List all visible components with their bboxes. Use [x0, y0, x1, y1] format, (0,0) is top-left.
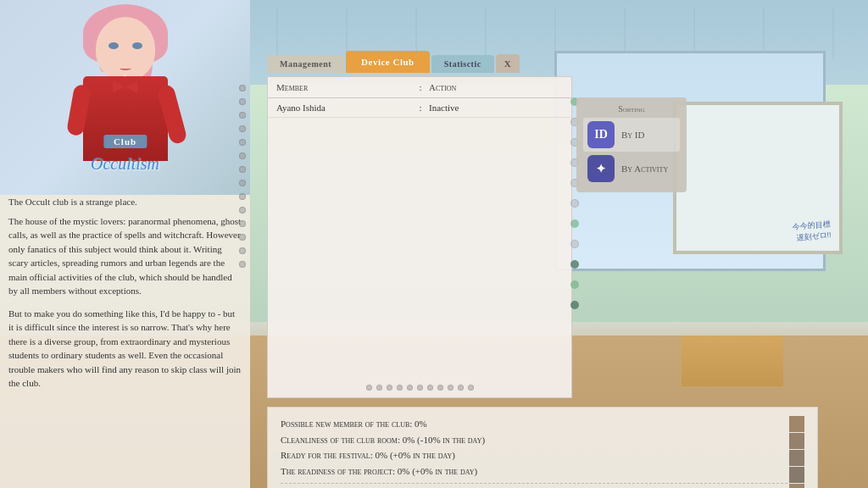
stat-new-member: Possible new member of the club: 0% [281, 416, 787, 432]
row-sep: : [412, 103, 429, 113]
tab-management[interactable]: Management [267, 55, 344, 73]
header-action: Action [429, 82, 563, 92]
stat-project: The readiness of the project: 0% (+0% in… [281, 463, 787, 480]
description-area: The Occult club is a strange place. The … [8, 195, 242, 391]
sort-panel: Sorting ID By ID ✦ By Activity [576, 97, 687, 192]
row-indicator [570, 260, 579, 269]
char-head [96, 17, 155, 80]
stats-bar [789, 416, 804, 432]
page-dot [427, 385, 433, 391]
page-dot [468, 385, 474, 391]
sort-label: Sorting [583, 104, 680, 114]
stats-bar [789, 450, 804, 466]
row-indicator [570, 219, 579, 228]
id-icon: ID [587, 121, 615, 148]
sort-by-id-label: By ID [621, 130, 644, 140]
scroll-dot [239, 112, 246, 119]
pagination [268, 385, 571, 391]
stats-bar [789, 484, 804, 488]
scroll-dot [239, 261, 246, 268]
sort-by-activity[interactable]: ✦ By Activity [583, 152, 680, 186]
row-indicator [570, 199, 579, 208]
member-table: Member : Action Ayano Ishida : Inactive [268, 77, 571, 118]
scroll-dot [239, 234, 246, 241]
header-sep: : [412, 82, 429, 92]
stats-area: Possible new member of the club: 0% Clea… [267, 407, 818, 488]
tab-device-club[interactable]: Device Club [346, 51, 430, 73]
page-dot [458, 385, 464, 391]
page-dot [437, 385, 443, 391]
scroll-indicators [239, 85, 246, 268]
row-indicator [570, 301, 579, 309]
member-name: Ayano Ishida [276, 103, 412, 113]
scroll-dot [239, 166, 246, 173]
tab-statistic[interactable]: Statisctic [431, 55, 494, 73]
page-dot [366, 385, 372, 391]
page-dot [417, 385, 423, 391]
page-dot [376, 385, 382, 391]
desc-line3: But to make you do something like this, … [8, 307, 242, 391]
tabs-bar: Management Device Club Statisctic X [267, 51, 520, 73]
scroll-dot [239, 180, 246, 186]
scroll-dot [239, 98, 246, 105]
stats-bar [789, 433, 804, 449]
stat-cleanliness: Cleanliness of the club room: 0% (-10% i… [281, 432, 787, 448]
desc-line2: The house of the mystic lovers: paranorm… [8, 214, 242, 298]
main-panel: Management Device Club Statisctic X Memb… [250, 51, 826, 483]
row-indicator [570, 280, 579, 289]
table-row[interactable]: Ayano Ishida : Inactive [268, 98, 571, 118]
header-member: Member [276, 82, 412, 92]
page-dot [397, 385, 403, 391]
sort-by-activity-label: By Activity [621, 164, 668, 174]
page-dot [407, 385, 413, 391]
stats-divider [281, 483, 787, 484]
scroll-dot [239, 247, 246, 254]
club-label: Club [103, 135, 147, 148]
stats-bar [789, 467, 804, 483]
left-panel: Club Occultism The Occult club is a stra… [0, 0, 250, 488]
table-header: Member : Action [268, 77, 571, 98]
scroll-dot [239, 207, 246, 214]
char-outfit [83, 76, 168, 161]
member-action: Inactive [429, 103, 563, 113]
scroll-dot [239, 152, 246, 159]
scroll-dot [239, 139, 246, 146]
desc-line1: The Occult club is a strange place. [8, 195, 242, 209]
stat-festival: Ready for the festival: 0% (+0% in the d… [281, 447, 787, 463]
tab-close[interactable]: X [496, 54, 520, 73]
scroll-dot [239, 85, 246, 92]
star-icon: ✦ [587, 155, 615, 182]
page-dot [448, 385, 453, 391]
sort-by-id[interactable]: ID By ID [583, 118, 680, 152]
club-title: Occultism [91, 154, 159, 174]
scroll-dot [239, 125, 246, 132]
content-area: Member : Action Ayano Ishida : Inactive [267, 76, 572, 398]
row-indicator [570, 240, 579, 248]
stats-color-bars [789, 416, 804, 488]
page-dot [387, 385, 392, 391]
club-image-area: Club Occultism [0, 0, 250, 195]
scroll-dot [239, 220, 246, 227]
scroll-dot [239, 193, 246, 200]
